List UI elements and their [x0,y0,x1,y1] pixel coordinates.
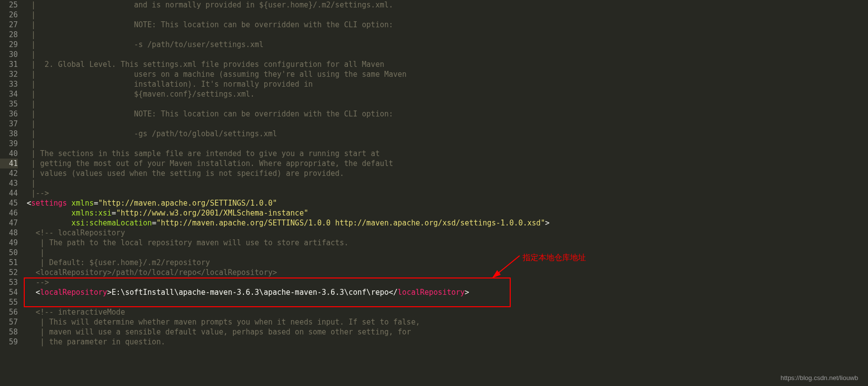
line-number: 31 [0,59,18,69]
line-number: 51 [0,258,18,268]
code-line[interactable]: | The path to the local repository maven… [27,238,550,248]
line-number: 37 [0,119,18,129]
line-number: 39 [0,139,18,149]
code-line[interactable]: | [27,248,550,258]
line-number: 54 [0,287,18,297]
code-area[interactable]: | and is normally provided in ${user.hom… [22,0,550,347]
line-number: 36 [0,109,18,119]
code-line[interactable] [27,297,550,307]
line-number: 44 [0,188,18,198]
code-line[interactable]: <localRepository>/path/to/local/repo</lo… [27,268,550,277]
annotation-label: 指定本地仓库地址 [523,253,586,263]
line-number: 47 [0,218,18,228]
code-line[interactable]: | and is normally provided in ${user.hom… [27,0,550,10]
code-line[interactable]: | [27,119,550,129]
watermark: https://blog.csdn.net/liouwb [780,373,858,383]
code-line[interactable]: | values (values used when the setting i… [27,168,550,178]
line-number: 26 [0,10,18,20]
code-line[interactable]: --> [27,277,550,287]
line-number: 50 [0,248,18,258]
code-line[interactable]: <!-- localRepository [27,228,550,238]
line-number: 32 [0,69,18,79]
line-number: 28 [0,30,18,40]
line-number: 38 [0,129,18,139]
line-number: 34 [0,89,18,99]
line-number: 43 [0,178,18,188]
code-line[interactable]: | 2. Global Level. This settings.xml fil… [27,59,550,69]
line-number: 57 [0,317,18,327]
code-line[interactable]: | -s /path/to/user/settings.xml [27,40,550,50]
code-line[interactable]: | NOTE: This location can be overridden … [27,109,550,119]
code-line[interactable]: | Default: ${user.home}/.m2/repository [27,258,550,268]
line-number: 25 [0,0,18,10]
line-number: 42 [0,168,18,178]
code-line[interactable]: | [27,10,550,20]
line-number: 52 [0,268,18,277]
code-line[interactable]: | ${maven.conf}/settings.xml. [27,89,550,99]
code-line[interactable]: | -gs /path/to/global/settings.xml [27,129,550,139]
line-number: 55 [0,297,18,307]
line-number: 46 [0,208,18,218]
line-number: 58 [0,327,18,337]
line-number: 33 [0,79,18,89]
code-line[interactable]: | installation). It's normally provided … [27,79,550,89]
line-number: 35 [0,99,18,109]
code-line[interactable]: <!-- interactiveMode [27,307,550,317]
code-line[interactable]: xmlns:xsi="http://www.w3.org/2001/XMLSch… [27,208,550,218]
code-editor[interactable]: 2526272829303132333435363738394041424344… [0,0,868,347]
line-number-gutter: 2526272829303132333435363738394041424344… [0,0,22,347]
code-line[interactable]: | [27,50,550,59]
code-line[interactable]: | the parameter in question. [27,337,550,347]
line-number: 30 [0,50,18,59]
code-line[interactable]: | [27,139,550,149]
line-number: 40 [0,149,18,159]
code-line[interactable]: | [27,30,550,40]
code-line[interactable]: <localRepository>E:\softInstall\apache-m… [27,287,550,297]
line-number: 59 [0,337,18,347]
line-number: 29 [0,40,18,50]
code-line[interactable]: | maven will use a sensible default valu… [27,327,550,337]
line-number: 27 [0,20,18,30]
code-line[interactable]: | This will determine whether maven prom… [27,317,550,327]
code-line[interactable]: | [27,99,550,109]
line-number: 53 [0,277,18,287]
code-line[interactable]: | getting the most out of your Maven ins… [27,159,550,168]
line-number: 45 [0,198,18,208]
line-number: 56 [0,307,18,317]
code-line[interactable]: | The sections in this sample file are i… [27,149,550,159]
line-number: 48 [0,228,18,238]
code-line[interactable]: | users on a machine (assuming they're a… [27,69,550,79]
code-line[interactable]: xsi:schemaLocation="http://maven.apache.… [27,218,550,228]
code-line[interactable]: | [27,178,550,188]
code-line[interactable]: |--> [27,188,550,198]
line-number: 41 [0,159,18,168]
code-line[interactable]: <settings xmlns="http://maven.apache.org… [27,198,550,208]
line-number: 49 [0,238,18,248]
code-line[interactable]: | NOTE: This location can be overridden … [27,20,550,30]
